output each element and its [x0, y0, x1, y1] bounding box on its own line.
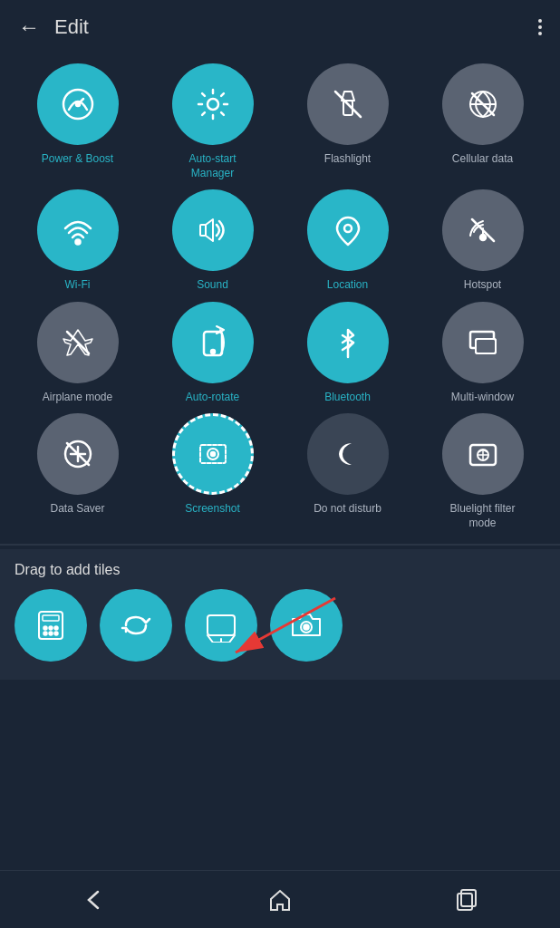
page-title: Edit [54, 15, 89, 39]
svg-point-39 [44, 632, 47, 634]
tile-auto-start[interactable]: Auto-startManager [150, 63, 275, 180]
tile-circle-auto-start [172, 63, 254, 145]
svg-rect-47 [461, 890, 476, 906]
screenshot-icon [193, 434, 233, 474]
tile-label-power-boost: Power & Boost [42, 152, 113, 167]
tile-auto-rotate[interactable]: Auto-rotate [150, 302, 275, 405]
svg-point-40 [50, 632, 53, 634]
tile-circle-cellular [442, 63, 524, 145]
hotspot-icon [463, 210, 503, 250]
speedometer-icon [58, 84, 98, 124]
svg-point-38 [55, 626, 58, 629]
back-nav-icon [80, 886, 107, 914]
tile-bluetooth[interactable]: Bluetooth [285, 302, 410, 405]
drag-tile-screen-record[interactable] [185, 589, 257, 662]
cellular-icon [463, 84, 503, 124]
svg-point-37 [50, 626, 53, 629]
tile-power-boost[interactable]: Power & Boost [14, 63, 140, 180]
tile-label-multi-window: Multi-window [451, 391, 514, 405]
svg-point-36 [44, 626, 47, 629]
svg-rect-35 [43, 615, 59, 621]
tile-circle-screenshot [172, 413, 254, 495]
tile-label-hotspot: Hotspot [464, 278, 501, 293]
tile-circle-flashlight [307, 63, 389, 145]
tile-label-auto-start: Auto-startManager [188, 152, 236, 180]
wifi-icon [58, 210, 98, 250]
recents-nav-button[interactable] [439, 880, 494, 920]
tile-label-bluelight: Bluelight filtermode [449, 502, 515, 530]
tile-circle-wifi [37, 189, 119, 271]
gear-icon [193, 84, 233, 124]
camera-icon [289, 608, 323, 643]
tile-multi-window[interactable]: Multi-window [420, 302, 546, 405]
tile-label-do-not-disturb: Do not disturb [314, 502, 381, 517]
tile-circle-multi-window [442, 302, 524, 383]
tile-hotspot[interactable]: Hotspot [420, 189, 546, 293]
svg-line-5 [335, 92, 361, 117]
drag-tile-camera[interactable] [270, 589, 343, 662]
tile-label-sound: Sound [197, 278, 228, 293]
svg-point-27 [211, 452, 215, 456]
drag-section-label: Drag to add tiles [14, 562, 546, 578]
recents-nav-icon [453, 886, 480, 914]
tile-label-flashlight: Flashlight [324, 152, 371, 167]
drag-section: Drag to add tiles [0, 549, 560, 680]
bluetooth-icon [328, 323, 368, 362]
tile-bluelight[interactable]: Bluelight filtermode [420, 413, 546, 530]
svg-rect-46 [458, 894, 472, 910]
svg-point-9 [75, 240, 80, 245]
tile-circle-airplane [37, 302, 119, 383]
tile-circle-bluetooth [307, 302, 389, 383]
svg-point-45 [304, 624, 309, 629]
drag-tile-calculator[interactable] [14, 589, 87, 662]
more-button[interactable] [538, 19, 542, 35]
svg-point-2 [76, 102, 80, 106]
tile-circle-location [307, 189, 389, 271]
svg-rect-19 [476, 339, 496, 353]
tile-circle-auto-rotate [172, 302, 254, 383]
tile-label-wifi: Wi-Fi [65, 278, 91, 293]
tile-cellular[interactable]: Cellular data [420, 63, 546, 180]
tile-do-not-disturb[interactable]: Do not disturb [285, 413, 410, 530]
tile-label-location: Location [327, 278, 368, 293]
multiwindow-icon [463, 323, 503, 362]
svg-point-11 [344, 225, 352, 232]
back-button[interactable]: ← [18, 14, 40, 40]
tile-airplane[interactable]: Airplane mode [14, 302, 140, 405]
svg-point-41 [55, 632, 58, 634]
tile-label-cellular: Cellular data [452, 152, 513, 167]
tile-label-screenshot: Screenshot [185, 502, 240, 517]
tile-data-saver[interactable]: Data Saver [14, 413, 140, 530]
drag-tiles-grid [14, 589, 546, 671]
tile-circle-hotspot [442, 189, 524, 271]
sound-icon [193, 210, 233, 250]
sync-icon [119, 608, 153, 643]
tile-screenshot[interactable]: Screenshot [150, 413, 275, 530]
tile-location[interactable]: Location [285, 189, 410, 293]
more-dot-3 [538, 32, 542, 35]
tile-sound[interactable]: Sound [150, 189, 275, 293]
datasaver-icon [58, 434, 98, 474]
back-nav-button[interactable] [66, 880, 121, 920]
tile-label-airplane: Airplane mode [43, 391, 112, 405]
tile-circle-data-saver [37, 413, 119, 495]
tile-flashlight[interactable]: Flashlight [285, 63, 410, 180]
more-dot-2 [538, 25, 542, 29]
tile-circle-do-not-disturb [307, 413, 389, 495]
svg-point-3 [208, 99, 218, 110]
tile-label-bluetooth: Bluetooth [324, 391, 371, 405]
screenrecord-icon [204, 608, 238, 643]
svg-line-15 [67, 332, 89, 353]
tile-circle-sound [172, 189, 254, 271]
home-nav-button[interactable] [253, 880, 307, 920]
drag-tile-sync[interactable] [100, 589, 172, 662]
svg-rect-10 [200, 225, 206, 236]
moon-icon [328, 434, 368, 474]
tile-label-data-saver: Data Saver [50, 502, 104, 517]
tile-label-auto-rotate: Auto-rotate [186, 391, 239, 405]
tile-wifi[interactable]: Wi-Fi [14, 189, 140, 293]
home-nav-icon [266, 886, 294, 914]
airplane-icon [58, 323, 98, 362]
tile-circle-power-boost [37, 63, 119, 145]
section-divider [0, 544, 560, 546]
